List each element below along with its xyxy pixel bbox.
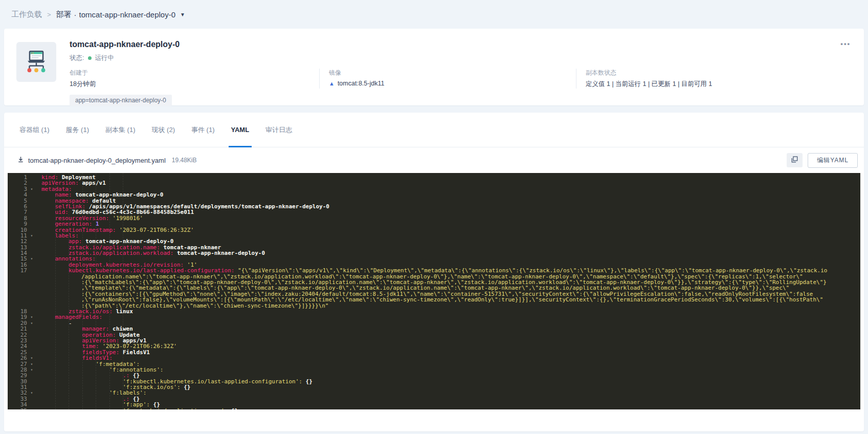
- code-line: 27▾ 'f:metadata':: [8, 361, 860, 367]
- image-icon: ▲: [329, 80, 335, 86]
- fold-arrow-icon[interactable]: ▾: [27, 233, 36, 238]
- code-line: 31 'f:zstack.io/os': {}: [8, 384, 860, 390]
- code-line: 28▾ 'f:annotations':: [8, 367, 860, 373]
- tab-pods[interactable]: 容器组 (1): [19, 113, 50, 147]
- tab-replicasets[interactable]: 副本集 (1): [105, 113, 136, 147]
- more-actions-button[interactable]: •••: [840, 40, 851, 48]
- fold-spacer: [27, 309, 36, 314]
- fold-arrow-icon[interactable]: ▾: [27, 355, 36, 361]
- fold-spacer: [27, 262, 36, 268]
- fold-spacer: [27, 285, 36, 291]
- tab-audit-log[interactable]: 审计日志: [265, 113, 292, 147]
- code-line: 32▾ 'f:labels':: [8, 390, 860, 396]
- created-value: 18分钟前: [70, 80, 319, 89]
- code-line: 21 manager: chiwen: [8, 326, 860, 332]
- tab-yaml[interactable]: YAML: [231, 113, 250, 147]
- code-line-wrap: /application.name\":\"tomcat-app-nknaer\…: [8, 274, 860, 279]
- deployment-header-card: tomcat-app-nknaer-deploy-0 状态: 运行中 创建于 1…: [4, 29, 864, 105]
- code-line: 16 deployment.kubernetes.io/revision: '1…: [8, 262, 860, 268]
- fold-spacer: [27, 408, 36, 409]
- line-number: 29: [8, 373, 27, 378]
- breadcrumb: 工作负载 > 部署 · tomcat-app-nknaer-deploy-0 ▼: [0, 0, 868, 29]
- code-line: 1kind: Deployment: [8, 175, 860, 180]
- fold-spacer: [27, 192, 36, 198]
- status-label: 状态:: [70, 54, 84, 62]
- breadcrumb-dot: ·: [74, 10, 77, 19]
- yaml-file-bar: tomcat-app-nknaer-deploy-0_deployment.ya…: [4, 147, 864, 173]
- code-line: 6 selfLink: /apis/apps/v1/namespaces/def…: [8, 204, 860, 209]
- fold-arrow-icon[interactable]: ▾: [27, 367, 36, 373]
- fold-spacer: [27, 250, 36, 256]
- fold-spacer: [27, 379, 36, 384]
- fold-arrow-icon[interactable]: ▾: [27, 186, 36, 192]
- code-line-wrap: :{\"path\":\"/etc/localtime\"},\"name\":…: [8, 303, 860, 309]
- fold-arrow-icon[interactable]: ▾: [27, 390, 36, 396]
- fold-spacer: [27, 204, 36, 209]
- replicas-value: 定义值 1 | 当前运行 1 | 已更新 1 | 目前可用 1: [586, 80, 852, 89]
- code-line: 14 zstack.io/application.workload: tomca…: [8, 250, 860, 256]
- fold-spacer: [27, 227, 36, 233]
- fold-arrow-icon[interactable]: ▾: [27, 314, 36, 320]
- code-line-wrap: ,\"template\":{\"metadata\":{\"labels\":…: [8, 285, 860, 291]
- copy-yaml-button[interactable]: [787, 153, 803, 167]
- line-number: [8, 291, 27, 297]
- fold-spacer: [27, 238, 36, 244]
- line-number: 26: [8, 355, 27, 361]
- breadcrumb-workloads-link[interactable]: 工作负载: [11, 10, 42, 19]
- line-number: 4: [8, 192, 27, 198]
- yaml-filename: tomcat-app-nknaer-deploy-0_deployment.ya…: [28, 157, 166, 164]
- fold-spacer: [27, 268, 36, 273]
- line-number: 9: [8, 221, 27, 227]
- code-line: 15▾ annotations:: [8, 256, 860, 262]
- line-number: 21: [8, 326, 27, 332]
- code-line: 22 operation: Update: [8, 332, 860, 338]
- code-line: 20▾ -: [8, 320, 860, 326]
- yaml-editor[interactable]: 1kind: Deployment2apiVersion: apps/v13▾m…: [8, 173, 860, 409]
- fold-spacer: [27, 215, 36, 221]
- line-number: [8, 297, 27, 302]
- code-line: 26▾ fieldsV1:: [8, 355, 860, 361]
- fold-arrow-icon[interactable]: ▾: [27, 256, 36, 262]
- code-line: 9 generation: 1: [8, 221, 860, 227]
- code-line: 33 .: {}: [8, 396, 860, 402]
- chevron-down-icon[interactable]: ▼: [180, 12, 185, 17]
- detail-card: 容器组 (1) 服务 (1) 副本集 (1) 现状 (2) 事件 (1) YAM…: [4, 113, 864, 431]
- image-value: tomcat:8.5-jdk11: [338, 80, 384, 87]
- line-number: 24: [8, 343, 27, 349]
- replicas-label: 副本数状态: [586, 69, 852, 77]
- breadcrumb-resource-name: tomcat-app-nknaer-deploy-0: [79, 10, 175, 19]
- code-line: 24 time: '2023-07-21T06:26:32Z': [8, 343, 860, 349]
- tab-status[interactable]: 现状 (2): [152, 113, 175, 147]
- fold-spacer: [27, 180, 36, 186]
- fold-arrow-icon[interactable]: ▾: [27, 361, 36, 367]
- code-line: 12 app: tomcat-app-nknaer-deploy-0: [8, 238, 860, 244]
- fold-spacer: [27, 198, 36, 204]
- fold-spacer: [27, 402, 36, 407]
- yaml-download-link[interactable]: tomcat-app-nknaer-deploy-0_deployment.ya…: [17, 156, 166, 165]
- code-line: 19▾ managedFields:: [8, 314, 860, 320]
- code-line: 29 .: {}: [8, 373, 860, 378]
- download-icon: [17, 156, 24, 165]
- fold-spacer: [27, 297, 36, 302]
- page-title: tomcat-app-nknaer-deploy-0: [70, 39, 852, 49]
- tab-services[interactable]: 服务 (1): [66, 113, 90, 147]
- fold-arrow-icon[interactable]: ▾: [27, 320, 36, 326]
- fold-spacer: [27, 291, 36, 297]
- line-number: 34: [8, 402, 27, 407]
- line-number: [8, 279, 27, 285]
- fold-spacer: [27, 396, 36, 402]
- code-line: 25 fieldsType: FieldsV1: [8, 350, 860, 355]
- edit-yaml-button[interactable]: 编辑YAML: [808, 153, 858, 168]
- code-line: 18 zstack.io/os: linux: [8, 309, 860, 314]
- fold-spacer: [27, 245, 36, 250]
- label-badge: app=tomcat-app-nknaer-deploy-0: [70, 95, 172, 106]
- line-number: 12: [8, 238, 27, 244]
- fold-spacer: [27, 332, 36, 338]
- yaml-filesize: 19.48KiB: [172, 157, 197, 164]
- code-line: 7 uid: 76d0edbd-c56c-4c3c-8b66-88458b25e…: [8, 209, 860, 215]
- tab-events[interactable]: 事件 (1): [191, 113, 215, 147]
- created-label: 创建于: [70, 69, 319, 77]
- line-number: [8, 285, 27, 291]
- fold-spacer: [27, 303, 36, 309]
- status-dot-icon: [88, 56, 92, 60]
